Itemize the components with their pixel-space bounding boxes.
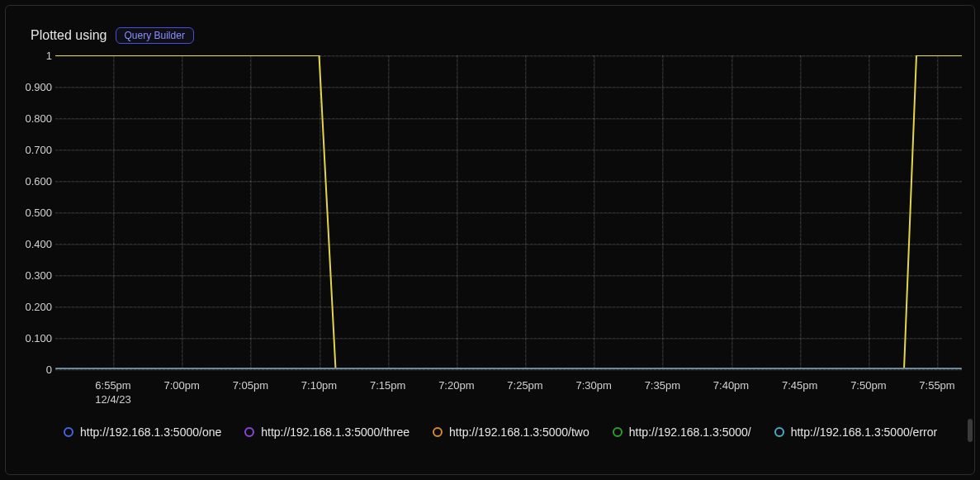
- series-line: [55, 55, 962, 369]
- scrollbar-thumb[interactable]: [968, 419, 973, 442]
- x-tick: 6:55pm12/4/23: [95, 379, 130, 406]
- legend-item[interactable]: http://192.168.1.3:5000/one: [64, 425, 221, 439]
- legend-swatch-icon: [244, 427, 254, 437]
- legend-label: http://192.168.1.3:5000/: [629, 425, 751, 439]
- y-tick: 0.700: [25, 144, 52, 156]
- y-tick: 1: [46, 50, 52, 62]
- x-axis: 6:55pm12/4/237:00pm7:05pm7:10pm7:15pm7:2…: [55, 376, 962, 409]
- x-tick: 7:20pm: [438, 379, 474, 392]
- legend-swatch-icon: [613, 427, 623, 437]
- y-tick: 0.400: [25, 238, 52, 250]
- y-tick: 0.800: [25, 112, 52, 125]
- y-tick: 0: [46, 364, 52, 376]
- x-tick: 7:30pm: [575, 379, 611, 392]
- y-axis: 00.1000.2000.3000.4000.5000.6000.7000.80…: [16, 55, 55, 369]
- grid-line-h: [55, 369, 962, 371]
- y-tick: 0.600: [25, 175, 52, 188]
- legend-item[interactable]: http://192.168.1.3:5000/two: [433, 425, 589, 439]
- plot-area[interactable]: [55, 55, 962, 369]
- y-tick: 0.200: [25, 301, 52, 313]
- legend-swatch-icon: [64, 427, 73, 437]
- plot-lines: [55, 55, 962, 369]
- legend-label: http://192.168.1.3:5000/one: [80, 425, 221, 439]
- x-tick: 7:25pm: [507, 379, 542, 392]
- x-tick: 7:45pm: [782, 379, 817, 392]
- x-tick-date: 12/4/23: [95, 393, 130, 406]
- legend-item[interactable]: http://192.168.1.3:5000/error: [774, 425, 937, 439]
- legend-label: http://192.168.1.3:5000/two: [449, 425, 589, 439]
- x-tick: 7:50pm: [850, 379, 886, 392]
- legend-label: http://192.168.1.3:5000/three: [261, 425, 410, 439]
- y-tick: 0.300: [25, 269, 52, 282]
- x-tick: 7:15pm: [370, 379, 405, 392]
- chart-header: Plotted using Query Builder: [31, 27, 194, 44]
- x-tick: 7:05pm: [233, 379, 268, 392]
- x-tick: 7:40pm: [713, 379, 749, 392]
- x-baseline: [55, 368, 962, 369]
- legend-swatch-icon: [774, 427, 784, 437]
- y-tick: 0.500: [25, 207, 52, 219]
- x-tick: 7:10pm: [301, 379, 337, 392]
- y-tick: 0.100: [25, 332, 52, 345]
- header-label: Plotted using: [31, 28, 107, 43]
- y-tick: 0.900: [25, 81, 52, 93]
- legend-item[interactable]: http://192.168.1.3:5000/three: [244, 425, 410, 439]
- legend-label: http://192.168.1.3:5000/error: [791, 425, 937, 439]
- legend-item[interactable]: http://192.168.1.3:5000/: [613, 425, 751, 439]
- legend-swatch-icon: [433, 427, 443, 437]
- x-tick: 7:35pm: [645, 379, 680, 392]
- chart-panel: Plotted using Query Builder 00.1000.2000…: [5, 5, 975, 475]
- x-tick: 7:55pm: [919, 379, 954, 392]
- legend: http://192.168.1.3:5000/onehttp://192.16…: [64, 425, 958, 439]
- query-builder-badge[interactable]: Query Builder: [116, 27, 194, 44]
- x-tick: 7:00pm: [163, 379, 199, 392]
